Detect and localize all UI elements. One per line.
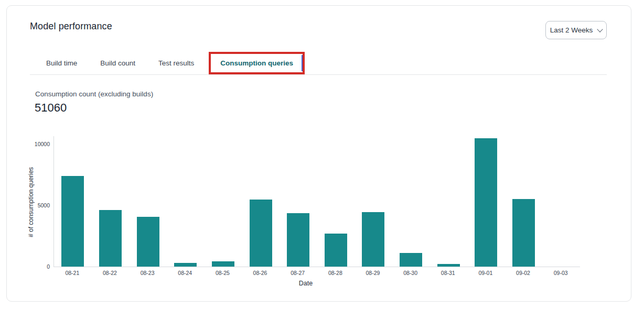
x-tick-label-08-25: 08-25 xyxy=(204,270,242,276)
bar-08-27 xyxy=(280,136,317,267)
y-tick-label-5000: 5000 xyxy=(28,202,50,208)
bar-09-01 xyxy=(467,136,505,267)
x-tick-labels: 08-2108-2208-2308-2408-2508-2608-2708-28… xyxy=(53,270,579,276)
x-tick-label-08-27: 08-27 xyxy=(279,270,317,276)
bar-09-03 xyxy=(542,136,580,267)
annotation-highlight-box: Consumption queries xyxy=(209,52,305,74)
page-title: Model performance xyxy=(30,21,112,32)
tab-build-time[interactable]: Build time xyxy=(38,59,85,67)
tab-bar: Build time Build count Test results Cons… xyxy=(30,52,607,75)
bar-09-02 xyxy=(505,136,543,267)
x-axis-title: Date xyxy=(53,280,558,287)
bar-08-30 xyxy=(392,136,430,267)
bar-08-29 xyxy=(355,136,392,267)
bar-08-31 xyxy=(430,136,467,267)
y-tick-label-0: 0 xyxy=(28,263,50,270)
bar-08-24 xyxy=(167,136,205,267)
bar-08-21 xyxy=(54,136,92,267)
x-tick-label-08-24: 08-24 xyxy=(166,270,204,276)
y-tick-label-10000: 10000 xyxy=(28,141,50,147)
x-tick-label-09-02: 09-02 xyxy=(505,270,542,276)
time-range-value: Last 2 Weeks xyxy=(550,26,593,34)
time-range-dropdown[interactable]: Last 2 Weeks xyxy=(545,21,607,39)
x-tick-label-09-01: 09-01 xyxy=(467,270,505,276)
bar-08-28 xyxy=(317,136,355,267)
tab-consumption-queries[interactable]: Consumption queries xyxy=(220,59,293,67)
x-tick-label-08-31: 08-31 xyxy=(429,270,467,276)
x-tick-label-08-23: 08-23 xyxy=(128,270,166,276)
tab-focus-edge xyxy=(302,55,303,71)
x-tick-label-09-03: 09-03 xyxy=(542,270,579,276)
tab-test-results[interactable]: Test results xyxy=(150,59,202,67)
bar-chart-plot xyxy=(53,136,580,267)
bar-08-26 xyxy=(242,136,280,267)
x-tick-label-08-28: 08-28 xyxy=(316,270,354,276)
chevron-down-icon xyxy=(597,26,603,32)
bar-08-25 xyxy=(205,136,242,267)
metric-label: Consumption count (excluding builds) xyxy=(35,90,153,98)
x-tick-label-08-22: 08-22 xyxy=(91,270,129,276)
x-tick-label-08-26: 08-26 xyxy=(241,270,279,276)
metric-value: 51060 xyxy=(35,101,67,115)
bar-08-23 xyxy=(129,136,167,267)
x-tick-label-08-30: 08-30 xyxy=(392,270,430,276)
x-tick-label-08-29: 08-29 xyxy=(354,270,392,276)
x-tick-label-08-21: 08-21 xyxy=(53,270,91,276)
bar-08-22 xyxy=(92,136,130,267)
tab-build-count[interactable]: Build count xyxy=(92,59,144,67)
